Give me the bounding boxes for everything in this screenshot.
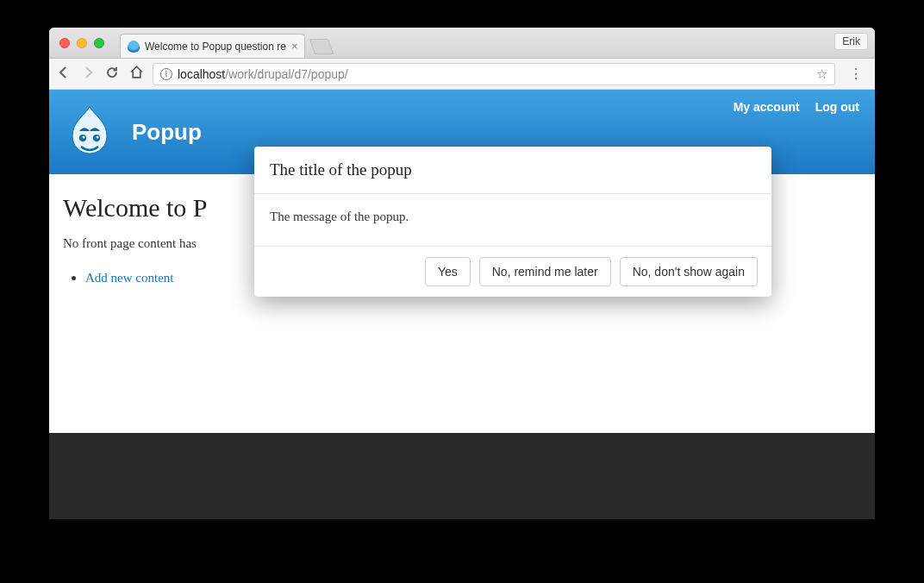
log-out-link[interactable]: Log out xyxy=(815,100,859,114)
url-host: localhost xyxy=(178,67,225,81)
minimize-window-button[interactable] xyxy=(77,38,87,48)
home-icon xyxy=(129,65,144,79)
site-info-icon[interactable]: i xyxy=(160,68,172,80)
remind-later-button[interactable]: No, remind me later xyxy=(479,257,611,286)
address-bar[interactable]: i localhost/work/drupal/d7/popup/ ☆ xyxy=(153,63,835,85)
popup-dialog: The title of the popup The message of th… xyxy=(254,147,771,297)
site-footer xyxy=(49,433,875,519)
dialog-title: The title of the popup xyxy=(254,147,771,194)
browser-tab[interactable]: Welcome to Popup question re × xyxy=(120,34,305,58)
header-links: My account Log out xyxy=(734,100,859,114)
new-tab-button[interactable] xyxy=(309,39,334,54)
browser-window: Welcome to Popup question re × Erik i lo… xyxy=(49,28,875,519)
maximize-window-button[interactable] xyxy=(94,38,104,48)
yes-button[interactable]: Yes xyxy=(425,257,471,286)
arrow-left-icon xyxy=(57,66,71,79)
tab-title: Welcome to Popup question re xyxy=(145,41,286,53)
svg-point-2 xyxy=(83,136,85,139)
dialog-message: The message of the popup. xyxy=(254,194,771,246)
reload-icon xyxy=(105,66,119,79)
add-new-content-link[interactable]: Add new content xyxy=(85,271,173,285)
svg-point-3 xyxy=(97,136,99,139)
close-tab-icon[interactable]: × xyxy=(291,40,298,53)
close-window-button[interactable] xyxy=(59,38,70,48)
traffic-lights xyxy=(49,38,104,48)
profile-chip[interactable]: Erik xyxy=(834,33,868,50)
drupal-logo-icon[interactable] xyxy=(65,107,115,157)
site-name[interactable]: Popup xyxy=(132,119,202,146)
reload-button[interactable] xyxy=(104,66,120,83)
dialog-button-row: Yes No, remind me later No, don't show a… xyxy=(254,246,771,297)
arrow-right-icon xyxy=(81,66,95,79)
window-titlebar: Welcome to Popup question re × Erik xyxy=(49,28,875,59)
my-account-link[interactable]: My account xyxy=(734,100,800,114)
back-button[interactable] xyxy=(56,66,72,83)
dont-show-again-button[interactable]: No, don't show again xyxy=(620,257,758,286)
browser-menu-button[interactable]: ⋮ xyxy=(844,66,868,82)
home-button[interactable] xyxy=(128,65,144,83)
url-path: /work/drupal/d7/popup/ xyxy=(225,67,347,81)
drupal-favicon-icon xyxy=(128,41,140,53)
bookmark-star-icon[interactable]: ☆ xyxy=(816,66,827,82)
forward-button[interactable] xyxy=(80,66,96,83)
url-text: localhost/work/drupal/d7/popup/ xyxy=(178,67,348,81)
browser-toolbar: i localhost/work/drupal/d7/popup/ ☆ ⋮ xyxy=(49,59,875,90)
